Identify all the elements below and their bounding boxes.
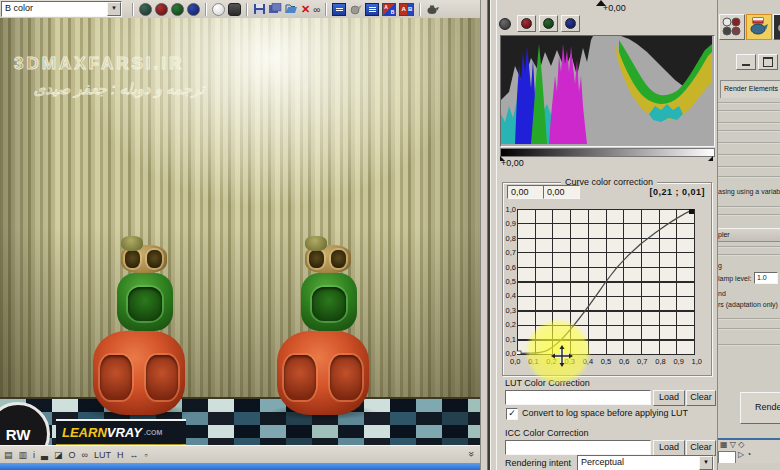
- show-panel-icon[interactable]: ▥: [19, 447, 28, 463]
- rendering-intent-dropdown[interactable]: Perceptual ▼: [577, 455, 714, 470]
- pixel-info-icon[interactable]: i: [33, 447, 35, 463]
- track-mouse-icon[interactable]: [332, 3, 346, 16]
- open-folder-icon[interactable]: [285, 3, 298, 15]
- histogram-green-button[interactable]: [539, 15, 558, 32]
- rollout-divider: [718, 328, 780, 330]
- curve-color-correction-group: Curve color correction 0,00 0,00 [0,21 ;…: [502, 182, 712, 376]
- max-statusbar-fragment: ▦ ▽ ◇ ▷ ◔: [718, 438, 780, 463]
- render-image-viewport[interactable]: 3DMAXFARSI.IR ترجمه و دوبله : جعفر صیدی …: [0, 18, 480, 445]
- rollout-divider: [718, 166, 780, 168]
- rollout-divider: [718, 344, 780, 346]
- save-all-icon[interactable]: [269, 3, 282, 15]
- render-button[interactable]: Render: [740, 392, 780, 424]
- icc-toggle-icon[interactable]: H: [117, 447, 124, 463]
- icc-file-input[interactable]: [505, 440, 651, 455]
- render-teapot-icon[interactable]: [426, 3, 439, 15]
- save-icon[interactable]: [253, 3, 266, 15]
- rollout-divider: [718, 122, 780, 124]
- rgb-channel-icon[interactable]: [139, 3, 152, 16]
- rollout-divider: [718, 176, 780, 178]
- render-setup-teapot-icon[interactable]: [746, 14, 772, 40]
- gradient-slider-value: +0,00: [501, 158, 524, 168]
- stereo-toggle-icon[interactable]: ↔: [129, 447, 138, 463]
- lut-load-button[interactable]: Load: [653, 390, 685, 406]
- rollout-divider: [718, 254, 780, 256]
- srgb-glasses-icon[interactable]: ∞: [81, 447, 87, 463]
- tab-render-elements[interactable]: Render Elements: [720, 80, 780, 98]
- histogram-channel-buttons: [499, 15, 580, 32]
- clamp-level-input[interactable]: 1.0: [754, 272, 778, 284]
- compare-glasses-icon[interactable]: ∞: [313, 4, 320, 15]
- rendered-object-right: [277, 238, 369, 415]
- stamp-icon[interactable]: [365, 3, 379, 16]
- text-fragment-nd: nd: [718, 290, 726, 297]
- blue-channel-icon[interactable]: [187, 3, 200, 16]
- rollout-divider: [718, 246, 780, 248]
- top-slider-value: +0,00: [603, 3, 626, 13]
- render-production-icon[interactable]: [773, 14, 780, 40]
- nav-icons-fragment[interactable]: ▦ ▽ ◇: [720, 440, 744, 449]
- chevron-down-icon[interactable]: ▼: [699, 456, 713, 470]
- clamp-level-label: lamp level:: [718, 275, 751, 282]
- levels-gradient-slider[interactable]: [500, 148, 715, 157]
- object-base-orange: [277, 331, 369, 415]
- logo-vray-text: VRAY: [107, 425, 142, 440]
- log-space-checkbox[interactable]: ✓: [506, 408, 518, 420]
- gradient-right-marker-icon[interactable]: [708, 156, 713, 161]
- rollout-divider: [718, 206, 780, 208]
- exposure-toggle-icon[interactable]: O: [68, 447, 75, 463]
- rollout-header-sampler[interactable]: pler: [718, 228, 780, 242]
- spinner-field[interactable]: [718, 451, 736, 463]
- max-render-setup-panel: Render Elements asing using a variable p…: [717, 0, 780, 470]
- show-vfb-icon[interactable]: ▤: [4, 447, 13, 463]
- icc-section-title: ICC Color Correction: [505, 428, 589, 438]
- object-middle-green: [301, 273, 357, 331]
- ab-compare-horizontal-icon[interactable]: AB: [382, 3, 396, 16]
- icc-clear-button[interactable]: Clear: [686, 440, 716, 456]
- curve-y-field[interactable]: 0,00: [543, 185, 580, 199]
- collapse-chevron-icon[interactable]: »: [463, 451, 479, 457]
- curve-end-handle: [689, 209, 694, 214]
- green-channel-icon[interactable]: [171, 3, 184, 16]
- misc-toggle-icon[interactable]: ▫: [144, 447, 147, 463]
- luminance-channel-icon[interactable]: [499, 18, 511, 30]
- lut-toggle-icon[interactable]: LUT: [94, 447, 111, 463]
- alpha-channel-icon[interactable]: [212, 3, 225, 16]
- histogram-plot: [501, 36, 712, 144]
- maximize-button[interactable]: [758, 54, 778, 70]
- taskbar-strip: [0, 463, 492, 470]
- material-spheres-icon[interactable]: [719, 14, 745, 40]
- rollout-divider: [718, 214, 780, 216]
- toolbar-separator: [246, 3, 248, 16]
- lut-clear-button[interactable]: Clear: [686, 390, 716, 406]
- pan-hand-icon[interactable]: ▷ ◔: [738, 450, 751, 459]
- lut-file-input[interactable]: [505, 390, 651, 405]
- rendered-object-left: [93, 238, 185, 415]
- icc-load-button[interactable]: Load: [653, 440, 685, 456]
- region-render-icon[interactable]: [349, 3, 362, 15]
- monochrome-icon[interactable]: [228, 3, 241, 16]
- color-corrections-panel: +0,00 +0,00: [496, 0, 719, 470]
- rollout-divider: [718, 130, 780, 132]
- ab-compare-vertical-icon[interactable]: AB: [399, 3, 414, 16]
- curve-toggle-icon[interactable]: ◪: [54, 447, 63, 463]
- logo-badge-text: RW: [6, 426, 31, 443]
- minimize-button[interactable]: [736, 54, 756, 70]
- logo-learn-text: LEARN: [62, 425, 107, 440]
- red-channel-icon[interactable]: [155, 3, 168, 16]
- toolbar-separator: [205, 3, 207, 16]
- window-divider[interactable]: [480, 0, 496, 470]
- histogram-red-button[interactable]: [517, 15, 536, 32]
- log-space-checkbox-label: Convert to log space before applying LUT: [522, 408, 688, 418]
- curve-x-field[interactable]: 0,00: [507, 185, 544, 199]
- rendering-intent-value: Perceptual: [581, 457, 624, 467]
- clear-image-icon[interactable]: ✕: [301, 4, 310, 15]
- histogram-blue-button[interactable]: [561, 15, 580, 32]
- rollout-divider: [718, 154, 780, 156]
- chevron-down-icon[interactable]: ▼: [107, 2, 121, 16]
- toolbar-icon-group: ✕ ∞ AB AB: [130, 3, 439, 16]
- logo-tld-text: .COM: [144, 429, 162, 436]
- watermark-farsi: ترجمه و دوبله : جعفر صیدی: [14, 80, 224, 98]
- histogram-toggle-icon[interactable]: ▃: [41, 447, 48, 463]
- channel-dropdown[interactable]: B color ▼: [1, 1, 122, 17]
